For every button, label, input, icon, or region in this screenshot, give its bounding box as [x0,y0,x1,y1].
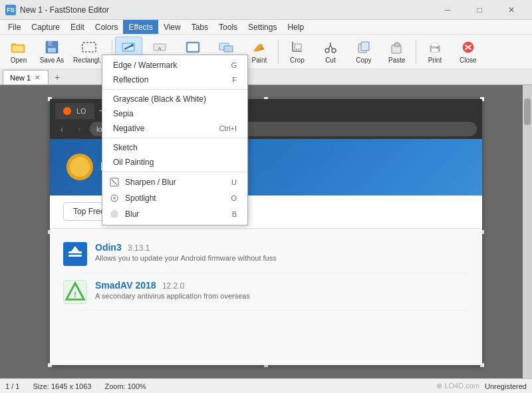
negative-shortcut: Ctrl+I [219,124,237,132]
effects-dropdown-menu: Edge / Watermark G Reflection F Grayscal… [102,55,248,225]
open-button[interactable]: Open [3,37,35,67]
menu-spotlight[interactable]: Spotlight O [102,190,247,206]
zoom-info: Zoom: 100% [104,382,146,390]
menu-help[interactable]: Help [282,20,309,34]
edge-watermark-shortcut: G [231,61,237,69]
menu-tabs[interactable]: Tabs [186,20,213,34]
vertical-scrollbar[interactable] [523,85,532,378]
sepia-label: Sepia [113,109,134,118]
paint-button[interactable]: Paint [243,37,275,67]
sharpen-blur-label: Sharpen / Blur [125,178,176,187]
edge-icon [185,39,201,55]
window-controls: ─ □ ✕ [432,0,527,20]
paste-icon [389,39,405,55]
odin-version: 3.13.1 [128,243,150,253]
smadav-version: 12.2.0 [162,281,184,291]
print-button[interactable]: Print [419,37,451,67]
watermark-text: ⊕ LO4D.com [436,382,479,390]
menu-settings[interactable]: Settings [243,20,282,34]
menu-sketch[interactable]: Sketch [102,140,247,155]
menu-sharpen-blur[interactable]: Sharpen / Blur U [102,174,247,190]
menu-reflection[interactable]: Reflection F [102,72,247,87]
copy-button[interactable]: Copy [348,37,380,67]
menu-edge-watermark[interactable]: Edge / Watermark G [102,58,247,72]
close-window-button[interactable]: ✕ [496,0,527,20]
svg-rect-14 [187,43,199,52]
tab-new1[interactable]: New 1 ✕ [3,70,49,84]
crop-icon [289,39,305,55]
paint-icon [251,39,267,55]
svg-line-25 [331,45,332,49]
menu-colors[interactable]: Colors [90,20,124,34]
odin-desc: Allows you to update your Android firmwa… [95,254,277,262]
svg-point-35 [437,47,438,49]
menu-effects[interactable]: Effects [123,20,158,34]
menu-view[interactable]: View [158,20,186,34]
tab-close-button[interactable]: ✕ [33,74,41,82]
crop-label: Crop [290,57,305,64]
menu-file[interactable]: File [3,20,26,34]
cut-button[interactable]: Cut [315,37,346,67]
copy-icon [356,39,372,55]
svg-text:!: ! [74,290,76,298]
menu-sepia[interactable]: Sepia [102,106,247,121]
close-image-button[interactable]: Close [452,37,484,67]
menu-oil-painting[interactable]: Oil Painting [102,155,247,170]
browser-tab-label: LO [76,107,86,115]
rectangle-label: Rectangl... [73,57,105,64]
copy-label: Copy [356,57,371,64]
blur-shortcut: B [232,210,237,218]
svg-rect-39 [63,242,87,266]
svg-point-11 [131,44,134,47]
crop-button[interactable]: Crop [281,37,313,67]
sharpen-blur-shortcut: U [231,178,237,186]
menu-edit[interactable]: Edit [65,20,90,34]
menu-capture[interactable]: Capture [26,20,65,34]
open-label: Open [11,57,27,64]
resize-icon [218,39,234,55]
close-image-label: Close [460,57,477,64]
minimize-button[interactable]: ─ [432,0,463,20]
maximize-button[interactable]: □ [464,0,495,20]
title-bar: FS New 1 - FastStone Editor ─ □ ✕ [0,0,532,20]
smadav-icon: ! [63,280,87,304]
negative-label: Negative [113,124,144,133]
forward-button: › [72,124,86,134]
svg-rect-17 [224,46,233,52]
svg-line-24 [329,45,331,49]
cut-icon [323,39,338,55]
spotlight-icon [109,193,120,203]
menu-blur[interactable]: Blur B [102,206,247,222]
svg-rect-34 [432,43,438,47]
favicon [63,107,71,115]
separator-2 [102,138,247,138]
open-icon [11,39,27,55]
svg-rect-7 [52,42,53,45]
svg-point-49 [113,197,116,199]
caption-icon: A [152,39,168,55]
spotlight-shortcut: O [231,194,237,202]
blur-label: Blur [125,209,139,219]
menu-grayscale[interactable]: Grayscale (Black & White) [102,92,247,106]
scrollbar-thumb[interactable] [524,98,531,125]
svg-rect-6 [48,48,56,53]
window-title: New 1 - FastStone Editor [20,5,432,15]
print-icon [427,39,443,55]
toolbar: Open Save As Rectangl... [0,35,532,69]
svg-rect-41 [68,255,82,257]
sharpen-icon [109,177,120,188]
main-canvas-area: LO + ‹ › lo4d.com [0,85,532,378]
registration-status: Unregistered [485,382,527,390]
smadav-desc: A secondary antivirus application from o… [95,292,250,300]
oil-painting-label: Oil Painting [113,158,154,167]
save-as-button[interactable]: Save As [36,37,68,67]
save-icon [44,39,60,55]
paste-button[interactable]: Paste [381,37,413,67]
app-list: Odin3 3.13.1 Allows you to update your A… [50,229,482,318]
menu-tools[interactable]: Tools [213,20,243,34]
add-tab-button[interactable]: + [50,70,65,84]
back-button[interactable]: ‹ [55,124,68,134]
status-right: ⊕ LO4D.com Unregistered [436,382,527,390]
menu-negative[interactable]: Negative Ctrl+I [102,121,247,136]
smadav-name: SmadAV 2018 [95,280,156,291]
